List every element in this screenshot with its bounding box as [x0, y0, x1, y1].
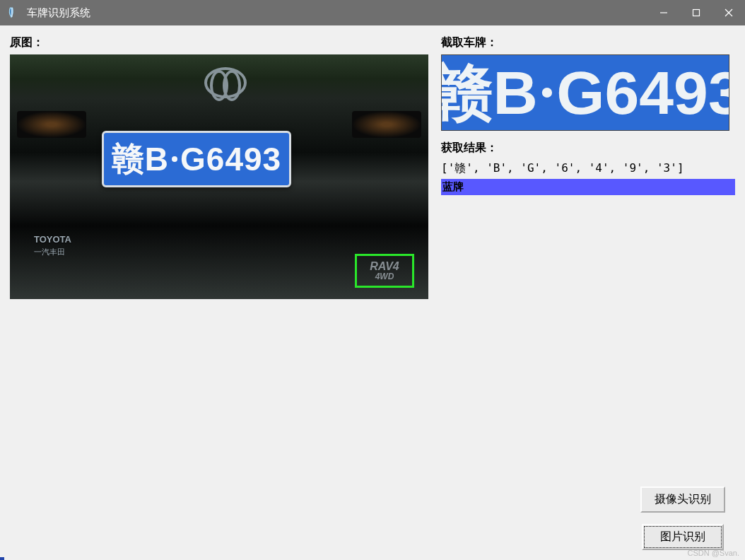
- content-area: 原图： 赣BG6493 TOYOTA 一汽丰田 RAV4 4WD: [0, 25, 745, 560]
- plate-number: G6493: [180, 140, 281, 178]
- app-icon: [7, 6, 20, 19]
- plate-type-badge: 蓝牌: [441, 179, 735, 195]
- original-image: 赣BG6493 TOYOTA 一汽丰田 RAV4 4WD: [10, 54, 428, 299]
- camera-recognize-button[interactable]: 摄像头识别: [640, 486, 725, 513]
- toyota-logo-icon: [204, 67, 247, 98]
- image-recognize-button[interactable]: 图片识别: [642, 524, 724, 550]
- left-panel: 原图： 赣BG6493 TOYOTA 一汽丰田 RAV4 4WD: [10, 35, 428, 550]
- cropped-plate-image: 赣BG6493: [441, 54, 729, 131]
- taillight-right: [352, 111, 421, 138]
- car-model-line2: 4WD: [375, 272, 394, 281]
- car-model-line1: RAV4: [370, 261, 399, 272]
- plate-dot-icon: [172, 156, 177, 162]
- crop-number: G6493: [556, 58, 729, 128]
- titlebar: 车牌识别系统: [0, 0, 745, 25]
- car-make-sub-badge: 一汽丰田: [34, 247, 65, 257]
- window-title: 车牌识别系统: [27, 6, 90, 20]
- taillight-left: [17, 111, 86, 138]
- crop-province: 赣: [441, 54, 493, 131]
- license-plate-text: 赣BG6493: [112, 137, 281, 181]
- bottom-accent: [0, 557, 4, 560]
- button-group: 摄像头识别 图片识别: [640, 486, 725, 550]
- close-button[interactable]: [712, 0, 745, 25]
- plate-province: 赣: [112, 137, 145, 181]
- cropped-plate-label: 截取车牌：: [441, 35, 735, 50]
- minimize-button[interactable]: [647, 0, 680, 25]
- maximize-button[interactable]: [680, 0, 712, 25]
- detection-box: RAV4 4WD: [355, 254, 414, 288]
- crop-letter: B: [493, 58, 537, 128]
- watermark-text: CSDN @Svan.: [687, 549, 739, 557]
- right-panel: 截取车牌： 赣BG6493 获取结果： ['赣', 'B', 'G', '6',…: [441, 35, 735, 550]
- result-array-text: ['赣', 'B', 'G', '6', '4', '9', '3']: [441, 161, 735, 176]
- app-window: 车牌识别系统 原图： 赣BG6493 TOYO: [0, 0, 745, 560]
- cropped-plate-text: 赣BG6493: [441, 54, 729, 131]
- svg-rect-1: [693, 10, 700, 16]
- crop-dot-icon: [542, 88, 552, 98]
- plate-letter: B: [145, 140, 169, 178]
- license-plate: 赣BG6493: [102, 131, 291, 187]
- result-label: 获取结果：: [441, 141, 735, 156]
- car-make-badge: TOYOTA: [34, 234, 71, 245]
- original-image-label: 原图：: [10, 35, 428, 50]
